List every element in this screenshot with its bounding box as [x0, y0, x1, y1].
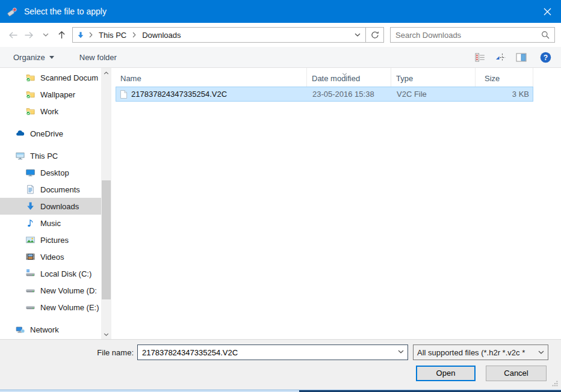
back-button[interactable] — [5, 26, 21, 43]
sidebar-item-label: Pictures — [40, 236, 69, 245]
downloads-location-icon — [76, 31, 85, 39]
sidebar-item-wallpaper[interactable]: Wallpaper — [0, 86, 101, 103]
sidebar-item-label: Work — [40, 107, 58, 116]
refresh-button[interactable] — [366, 27, 384, 43]
disk-icon — [25, 302, 36, 312]
sidebar-item-documents[interactable]: Documents — [0, 181, 101, 198]
file-icon — [120, 90, 128, 99]
refresh-icon — [371, 31, 379, 39]
downloads-icon — [25, 201, 36, 211]
open-button[interactable]: Open — [416, 366, 476, 381]
sidebar-item-videos[interactable]: Videos — [0, 248, 101, 265]
sidebar-item-downloads[interactable]: Downloads — [0, 198, 101, 215]
breadcrumb-separator-icon — [88, 32, 94, 38]
command-toolbar: Organize New folder ? — [0, 47, 561, 68]
sidebar-item-network[interactable]: Network — [0, 321, 101, 338]
chevron-down-icon — [43, 33, 49, 37]
sidebar-item-label: Local Disk (C:) — [40, 269, 91, 278]
scrollbar-thumb[interactable] — [102, 180, 111, 299]
breadcrumb-segment[interactable]: Downloads — [140, 31, 182, 40]
sidebar-item-new-volume-e[interactable]: New Volume (E:) — [0, 299, 101, 316]
sidebar-item-this-pc[interactable]: This PC — [0, 147, 101, 164]
sidebar-item-desktop[interactable]: Desktop — [0, 164, 101, 181]
forward-arrow-icon — [24, 31, 34, 40]
file-list: NameDate modifiedTypeSize 21783782434733… — [111, 68, 561, 339]
file-type-select[interactable]: All supported files (*.h2r *.v2c * — [413, 345, 548, 360]
file-open-dialog: Select the file to apply This PCDownload… — [0, 0, 561, 392]
network-icon — [15, 325, 25, 334]
scroll-down-icon[interactable] — [101, 329, 111, 339]
column-header-label: Name — [120, 74, 141, 83]
file-type-dropdown-icon — [538, 351, 544, 354]
address-history-button[interactable] — [355, 33, 362, 37]
search-icon — [541, 31, 550, 39]
window-bottom-edge — [0, 390, 561, 392]
sidebar-item-work[interactable]: Work — [0, 103, 101, 120]
column-header-name[interactable]: Name — [111, 68, 307, 87]
preview-pane-icon[interactable] — [516, 53, 527, 62]
change-view-icon[interactable] — [495, 53, 506, 62]
details-view-icon[interactable] — [475, 53, 485, 62]
folder-icon — [25, 90, 36, 99]
sidebar-item-label: New Volume (D: — [40, 286, 97, 295]
chevron-down-icon — [355, 33, 361, 37]
address-bar[interactable]: This PCDownloads — [72, 27, 366, 43]
column-header-date-modified[interactable]: Date modified — [307, 68, 391, 87]
file-type-value: All supported files (*.h2r *.v2c * — [417, 348, 537, 357]
cancel-button[interactable]: Cancel — [486, 366, 547, 381]
recent-locations-button[interactable] — [37, 26, 54, 43]
folder-icon — [25, 73, 36, 82]
forward-button[interactable] — [21, 26, 37, 43]
close-button[interactable] — [533, 0, 561, 23]
breadcrumb-segment[interactable]: This PC — [97, 31, 128, 40]
column-headers: NameDate modifiedTypeSize — [111, 68, 561, 87]
file-name-dropdown-icon[interactable] — [398, 350, 404, 354]
sidebar-item-label: Music — [40, 219, 61, 228]
pictures-icon — [25, 235, 36, 245]
search-input[interactable] — [395, 31, 541, 40]
column-header-type[interactable]: Type — [391, 68, 476, 87]
date-modified-cell: 23-05-2016 15:38 — [308, 90, 392, 99]
sidebar-item-scanned-docum[interactable]: Scanned Docum — [0, 69, 101, 86]
navigation-pane: Scanned DocumWallpaperWorkOneDriveThis P… — [0, 68, 101, 339]
scroll-up-icon[interactable] — [101, 68, 111, 78]
up-arrow-icon — [57, 30, 66, 40]
sidebar-scrollbar[interactable] — [101, 68, 111, 339]
dongle-icon — [7, 7, 18, 17]
size-cell: 3 KB — [476, 90, 534, 99]
address-row: This PCDownloads — [0, 23, 561, 47]
sidebar-item-pictures[interactable]: Pictures — [0, 231, 101, 248]
disk-icon — [25, 286, 36, 295]
sidebar-item-new-volume-d[interactable]: New Volume (D: — [0, 282, 101, 299]
file-name-input[interactable] — [137, 345, 408, 360]
help-icon[interactable]: ? — [540, 52, 551, 63]
sidebar-item-label: Wallpaper — [40, 90, 75, 99]
sidebar-item-label: New Volume (E:) — [40, 303, 99, 312]
sidebar-item-music[interactable]: Music — [0, 215, 101, 231]
music-icon — [25, 218, 36, 228]
desktop-icon — [25, 168, 36, 177]
sidebar-item-label: Documents — [40, 185, 80, 194]
column-header-label: Date modified — [312, 74, 360, 83]
dropdown-triangle-icon — [49, 56, 54, 59]
sidebar-item-onedrive[interactable]: OneDrive — [0, 125, 101, 142]
sidebar-item-label: Network — [30, 325, 59, 334]
rows-container: 217837824347335254.V2C23-05-2016 15:38V2… — [111, 87, 561, 102]
breadcrumb: This PCDownloads — [97, 31, 183, 40]
resize-grip-icon[interactable] — [551, 380, 558, 387]
videos-icon — [25, 252, 36, 262]
up-button[interactable] — [54, 26, 70, 43]
table-row[interactable]: 217837824347335254.V2C23-05-2016 15:38V2… — [116, 87, 533, 102]
sidebar-item-label: Desktop — [40, 168, 69, 177]
column-header-label: Size — [485, 74, 500, 83]
column-header-size[interactable]: Size — [476, 68, 533, 87]
back-arrow-icon — [8, 31, 18, 40]
file-name-text: 217837824347335254.V2C — [131, 90, 227, 99]
sidebar-item-local-disk-c[interactable]: Local Disk (C:) — [0, 265, 101, 282]
sort-indicator-icon — [342, 69, 347, 78]
thispc-icon — [15, 151, 25, 161]
breadcrumb-separator-icon — [131, 32, 137, 38]
new-folder-button[interactable]: New folder — [76, 49, 120, 65]
file-name-combo — [137, 345, 408, 360]
organize-button[interactable]: Organize — [10, 49, 58, 65]
